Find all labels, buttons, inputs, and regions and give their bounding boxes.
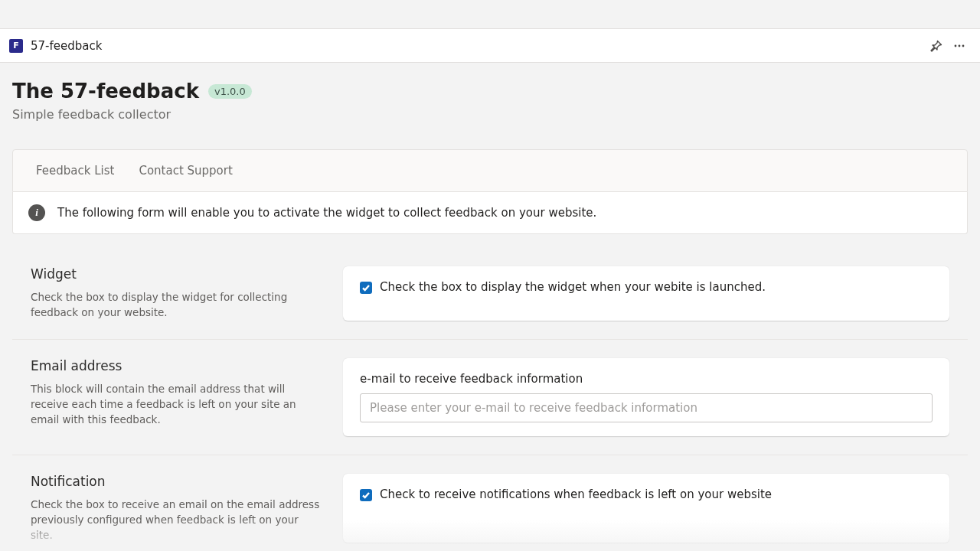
info-icon: i (28, 204, 45, 221)
window-chrome-space (0, 0, 980, 28)
notification-checkbox-label: Check to receive notifications when feed… (380, 487, 772, 501)
more-button[interactable] (948, 34, 971, 57)
section-widget: Widget Check the box to display the widg… (12, 248, 968, 340)
pin-icon (930, 40, 942, 52)
check-icon (361, 283, 371, 292)
section-email: Email address This block will contain th… (12, 340, 968, 455)
version-badge: v1.0.0 (208, 84, 252, 99)
tabs: Feedback List Contact Support (12, 149, 968, 192)
more-icon (953, 40, 965, 52)
section-desc: This block will contain the email addres… (31, 381, 322, 428)
tab-feedback-list[interactable]: Feedback List (24, 150, 126, 191)
notification-checkbox[interactable] (360, 489, 372, 501)
info-banner: i The following form will enable you to … (12, 192, 968, 234)
page-title: The 57-feedback (12, 80, 199, 103)
check-icon (361, 491, 371, 500)
breadcrumb-bar: F 57-feedback (0, 28, 980, 63)
section-title: Notification (31, 474, 322, 489)
settings-list: Widget Check the box to display the widg… (12, 248, 968, 551)
app-icon: F (9, 39, 23, 53)
widget-card: Check the box to display the widget when… (343, 266, 949, 321)
breadcrumb[interactable]: 57-feedback (31, 39, 102, 53)
section-notification: Notification Check the box to receive an… (12, 455, 968, 552)
section-title: Widget (31, 266, 322, 282)
section-desc: Check the box to receive an email on the… (31, 497, 322, 543)
content-scroll[interactable]: The 57-feedback v1.0.0 Simple feedback c… (0, 63, 980, 551)
svg-point-2 (962, 44, 965, 47)
widget-checkbox-row[interactable]: Check the box to display the widget when… (360, 280, 933, 294)
email-field[interactable] (360, 393, 933, 422)
notification-card: Check to receive notifications when feed… (343, 474, 949, 543)
section-title: Email address (31, 358, 322, 373)
section-desc: Check the box to display the widget for … (31, 289, 322, 321)
tab-contact-support[interactable]: Contact Support (126, 150, 244, 191)
widget-checkbox-label: Check the box to display the widget when… (380, 280, 766, 294)
widget-checkbox[interactable] (360, 282, 372, 294)
email-field-label: e-mail to receive feedback information (360, 372, 933, 386)
page-subtitle: Simple feedback collector (12, 107, 968, 122)
notification-checkbox-row[interactable]: Check to receive notifications when feed… (360, 487, 933, 501)
page-header: The 57-feedback v1.0.0 Simple feedback c… (0, 63, 980, 128)
info-text: The following form will enable you to ac… (57, 206, 596, 220)
pin-button[interactable] (925, 34, 948, 57)
email-card: e-mail to receive feedback information (343, 358, 949, 436)
svg-point-1 (959, 44, 961, 47)
svg-point-0 (955, 44, 957, 47)
